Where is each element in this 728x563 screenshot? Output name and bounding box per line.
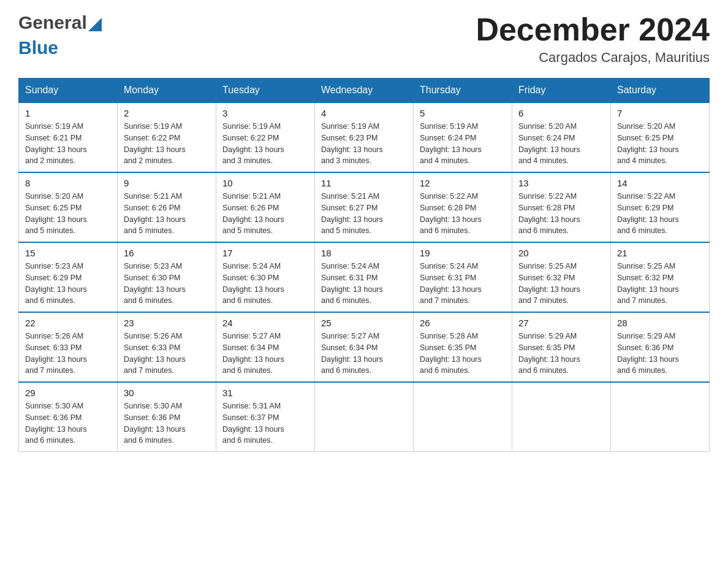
day-info: Sunrise: 5:26 AMSunset: 6:33 PMDaylight:… [25,331,111,377]
calendar-cell [315,382,414,452]
day-number: 12 [420,178,506,188]
day-number: 14 [617,178,703,188]
day-info: Sunrise: 5:19 AMSunset: 6:23 PMDaylight:… [321,121,407,167]
logo-blue-text: Blue [18,37,58,58]
day-info: Sunrise: 5:19 AMSunset: 6:24 PMDaylight:… [420,121,506,167]
calendar-week-row: 29Sunrise: 5:30 AMSunset: 6:36 PMDayligh… [19,382,710,452]
day-info: Sunrise: 5:23 AMSunset: 6:29 PMDaylight:… [25,261,111,307]
calendar-week-row: 1Sunrise: 5:19 AMSunset: 6:21 PMDaylight… [19,102,710,172]
logo: General Blue [18,12,102,58]
day-info: Sunrise: 5:30 AMSunset: 6:36 PMDaylight:… [124,400,210,446]
day-number: 4 [321,108,407,118]
day-number: 19 [420,248,506,258]
calendar-cell: 24Sunrise: 5:27 AMSunset: 6:34 PMDayligh… [216,312,315,382]
calendar-cell: 28Sunrise: 5:29 AMSunset: 6:36 PMDayligh… [611,312,710,382]
day-number: 22 [25,318,111,328]
day-info: Sunrise: 5:30 AMSunset: 6:36 PMDaylight:… [25,400,111,446]
weekday-header-row: SundayMondayTuesdayWednesdayThursdayFrid… [19,79,710,103]
day-number: 21 [617,248,703,258]
day-number: 5 [420,108,506,118]
calendar-cell: 2Sunrise: 5:19 AMSunset: 6:22 PMDaylight… [118,102,216,172]
day-number: 16 [124,248,210,258]
day-number: 10 [222,178,308,188]
day-info: Sunrise: 5:28 AMSunset: 6:35 PMDaylight:… [420,331,506,377]
day-info: Sunrise: 5:19 AMSunset: 6:21 PMDaylight:… [25,121,111,167]
day-info: Sunrise: 5:19 AMSunset: 6:22 PMDaylight:… [222,121,308,167]
day-number: 7 [617,108,703,118]
calendar-cell: 23Sunrise: 5:26 AMSunset: 6:33 PMDayligh… [118,312,216,382]
title-area: December 2024 Cargados Carajos, Mauritiu… [476,12,710,66]
day-info: Sunrise: 5:22 AMSunset: 6:28 PMDaylight:… [518,191,604,237]
calendar-cell: 26Sunrise: 5:28 AMSunset: 6:35 PMDayligh… [414,312,512,382]
day-number: 27 [518,318,604,328]
day-info: Sunrise: 5:25 AMSunset: 6:32 PMDaylight:… [518,261,604,307]
day-number: 8 [25,178,111,188]
calendar-cell: 19Sunrise: 5:24 AMSunset: 6:31 PMDayligh… [414,242,512,312]
calendar-cell: 22Sunrise: 5:26 AMSunset: 6:33 PMDayligh… [19,312,118,382]
calendar-week-row: 8Sunrise: 5:20 AMSunset: 6:25 PMDaylight… [19,172,710,242]
calendar-cell: 11Sunrise: 5:21 AMSunset: 6:27 PMDayligh… [315,172,414,242]
day-number: 20 [518,248,604,258]
calendar-cell: 5Sunrise: 5:19 AMSunset: 6:24 PMDaylight… [414,102,512,172]
calendar-week-row: 15Sunrise: 5:23 AMSunset: 6:29 PMDayligh… [19,242,710,312]
day-number: 28 [617,318,703,328]
logo-triangle-icon [88,18,102,31]
calendar-cell: 7Sunrise: 5:20 AMSunset: 6:25 PMDaylight… [611,102,710,172]
day-info: Sunrise: 5:26 AMSunset: 6:33 PMDaylight:… [124,331,210,377]
calendar-cell: 12Sunrise: 5:22 AMSunset: 6:28 PMDayligh… [414,172,512,242]
weekday-header-friday: Friday [512,79,611,103]
calendar-cell: 21Sunrise: 5:25 AMSunset: 6:32 PMDayligh… [611,242,710,312]
day-info: Sunrise: 5:20 AMSunset: 6:25 PMDaylight:… [25,191,111,237]
day-number: 6 [518,108,604,118]
page-header: General Blue December 2024 Cargados Cara… [18,12,710,66]
calendar-cell: 1Sunrise: 5:19 AMSunset: 6:21 PMDaylight… [19,102,118,172]
day-info: Sunrise: 5:24 AMSunset: 6:31 PMDaylight:… [420,261,506,307]
day-info: Sunrise: 5:29 AMSunset: 6:36 PMDaylight:… [617,331,703,377]
calendar-cell: 6Sunrise: 5:20 AMSunset: 6:24 PMDaylight… [512,102,611,172]
day-info: Sunrise: 5:21 AMSunset: 6:27 PMDaylight:… [321,191,407,237]
day-info: Sunrise: 5:27 AMSunset: 6:34 PMDaylight:… [321,331,407,377]
weekday-header-thursday: Thursday [414,79,512,103]
day-number: 17 [222,248,308,258]
day-number: 29 [25,388,111,398]
day-info: Sunrise: 5:22 AMSunset: 6:28 PMDaylight:… [420,191,506,237]
calendar-cell [512,382,611,452]
day-number: 3 [222,108,308,118]
day-number: 13 [518,178,604,188]
calendar-cell [414,382,512,452]
calendar-cell: 27Sunrise: 5:29 AMSunset: 6:35 PMDayligh… [512,312,611,382]
calendar-cell: 30Sunrise: 5:30 AMSunset: 6:36 PMDayligh… [118,382,216,452]
day-info: Sunrise: 5:24 AMSunset: 6:30 PMDaylight:… [222,261,308,307]
day-number: 30 [124,388,210,398]
svg-marker-0 [88,18,102,31]
calendar-cell: 15Sunrise: 5:23 AMSunset: 6:29 PMDayligh… [19,242,118,312]
day-info: Sunrise: 5:29 AMSunset: 6:35 PMDaylight:… [518,331,604,377]
calendar-cell: 25Sunrise: 5:27 AMSunset: 6:34 PMDayligh… [315,312,414,382]
calendar-cell: 13Sunrise: 5:22 AMSunset: 6:28 PMDayligh… [512,172,611,242]
day-info: Sunrise: 5:21 AMSunset: 6:26 PMDaylight:… [222,191,308,237]
calendar-cell: 10Sunrise: 5:21 AMSunset: 6:26 PMDayligh… [216,172,315,242]
location-title: Cargados Carajos, Mauritius [476,50,710,66]
day-number: 18 [321,248,407,258]
calendar-cell: 3Sunrise: 5:19 AMSunset: 6:22 PMDaylight… [216,102,315,172]
weekday-header-saturday: Saturday [611,79,710,103]
calendar-cell: 17Sunrise: 5:24 AMSunset: 6:30 PMDayligh… [216,242,315,312]
calendar-cell: 31Sunrise: 5:31 AMSunset: 6:37 PMDayligh… [216,382,315,452]
day-info: Sunrise: 5:20 AMSunset: 6:24 PMDaylight:… [518,121,604,167]
day-info: Sunrise: 5:25 AMSunset: 6:32 PMDaylight:… [617,261,703,307]
day-number: 25 [321,318,407,328]
day-number: 31 [222,388,308,398]
day-info: Sunrise: 5:22 AMSunset: 6:29 PMDaylight:… [617,191,703,237]
day-number: 11 [321,178,407,188]
weekday-header-wednesday: Wednesday [315,79,414,103]
calendar-cell: 8Sunrise: 5:20 AMSunset: 6:25 PMDaylight… [19,172,118,242]
day-info: Sunrise: 5:20 AMSunset: 6:25 PMDaylight:… [617,121,703,167]
calendar-table: SundayMondayTuesdayWednesdayThursdayFrid… [18,78,710,452]
calendar-cell: 29Sunrise: 5:30 AMSunset: 6:36 PMDayligh… [19,382,118,452]
day-number: 2 [124,108,210,118]
day-number: 24 [222,318,308,328]
day-number: 15 [25,248,111,258]
day-number: 1 [25,108,111,118]
calendar-cell: 9Sunrise: 5:21 AMSunset: 6:26 PMDaylight… [118,172,216,242]
weekday-header-monday: Monday [118,79,216,103]
